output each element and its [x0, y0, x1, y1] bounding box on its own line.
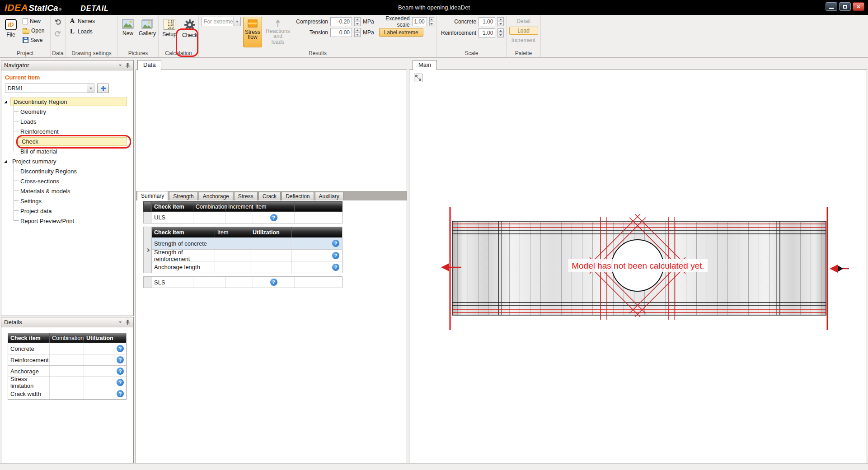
spin-up-button[interactable] [354, 28, 361, 33]
table-row[interactable]: Anchorage length ? [152, 261, 342, 273]
details-header[interactable]: Details [1, 317, 133, 327]
details-table: Check item Combination Utilization Concr… [8, 333, 127, 400]
redo-button[interactable] [53, 28, 63, 38]
scale-reinforcement-spinner [497, 28, 504, 37]
table-row[interactable]: Anchorage ? [8, 365, 126, 377]
current-item-dropdown[interactable]: DRM1 [5, 84, 94, 93]
tree-item-project-summary[interactable]: Project summary [4, 156, 131, 166]
tree-item-cross-sections[interactable]: Cross-sections [4, 176, 131, 186]
help-icon[interactable]: ? [117, 390, 124, 397]
tab-main[interactable]: Main [413, 60, 437, 70]
tree-item-materials-models[interactable]: Materials & models [4, 186, 131, 196]
tab-data[interactable]: Data [137, 60, 161, 70]
tree-item-loads[interactable]: Loads [4, 116, 131, 126]
table-row[interactable]: Stress limitation ? [8, 377, 126, 388]
check-button[interactable]: Check [180, 17, 199, 49]
file-button[interactable]: ID File [2, 17, 19, 49]
tab-stress[interactable]: Stress [234, 192, 258, 200]
new-project-button[interactable]: New [22, 17, 45, 25]
help-icon[interactable]: ? [270, 214, 277, 221]
open-button[interactable]: Open [22, 26, 45, 35]
ribbon-group-project: ID File New Open Save [0, 15, 51, 57]
help-icon[interactable]: ? [332, 240, 339, 247]
palette-load-button[interactable]: Load [509, 27, 538, 35]
scale-concrete-input[interactable]: 1.00 [479, 17, 495, 26]
zoom-to-fit-button[interactable] [414, 74, 422, 82]
uls-row[interactable]: ULS ? [143, 212, 343, 223]
tree-item-geometry[interactable]: Geometry [4, 107, 131, 116]
gallery-button[interactable]: Gallery [138, 17, 157, 49]
maximize-button[interactable] [839, 2, 851, 11]
help-icon[interactable]: ? [117, 345, 124, 352]
spin-down-button[interactable] [354, 22, 361, 27]
spin-down-button[interactable] [497, 22, 504, 27]
tree-item-bill-of-material[interactable]: Bill of material [4, 146, 131, 156]
row-expander[interactable] [143, 227, 151, 273]
label-extreme-button[interactable]: Label extreme [379, 28, 423, 37]
spin-down-button[interactable] [497, 33, 504, 38]
setup-button[interactable]: 1.15 1.50 25.8 Setup [161, 17, 178, 49]
spin-up-button[interactable] [497, 17, 504, 22]
gear-icon [184, 19, 196, 31]
exceeded-scale-input[interactable]: 1.00 [412, 17, 427, 26]
tab-deflection[interactable]: Deflection [282, 192, 314, 200]
tree-item-reinforcement[interactable]: Reinforcement [4, 126, 131, 136]
tab-strength[interactable]: Strength [169, 192, 197, 200]
names-toggle-button[interactable]: A Names [68, 17, 115, 25]
help-icon[interactable]: ? [117, 356, 124, 363]
compression-input[interactable]: -0.20 [330, 17, 352, 26]
scale-reinforcement-input[interactable]: 1.00 [479, 28, 495, 37]
undo-button[interactable] [53, 17, 63, 27]
help-icon[interactable]: ? [117, 379, 124, 386]
picture-new-button[interactable]: New [120, 17, 136, 49]
table-row[interactable]: Reinforcement ? [8, 354, 126, 365]
spin-down-button[interactable] [354, 33, 361, 37]
table-row[interactable]: Strength of reinforcement ? [152, 249, 342, 261]
panel-menu-icon[interactable] [119, 65, 122, 66]
spin-up-button[interactable] [429, 17, 434, 22]
tree-item-discontinuity-region[interactable]: Discontinuity Region [4, 97, 131, 107]
compression-label: Compression [296, 19, 328, 25]
stress-flow-button[interactable]: Stress flow [243, 17, 262, 47]
spin-up-button[interactable] [497, 28, 504, 33]
sls-row[interactable]: SLS ? [143, 276, 343, 288]
tab-summary[interactable]: Summary [137, 191, 168, 200]
loads-toggle-button[interactable]: L Loads [68, 27, 115, 36]
help-icon[interactable]: ? [332, 252, 339, 259]
pin-icon[interactable] [124, 62, 131, 69]
minimize-button[interactable] [826, 2, 837, 11]
palette-detail-button[interactable]: Detail [509, 17, 538, 25]
tab-crack[interactable]: Crack [258, 192, 281, 200]
spin-down-button[interactable] [429, 22, 434, 27]
for-extreme-dropdown[interactable]: For extreme [201, 17, 241, 26]
pin-icon[interactable] [124, 319, 131, 326]
tree-expander-icon[interactable] [4, 100, 10, 103]
save-floppy-icon [23, 37, 28, 43]
group-label-scale: Scale [437, 50, 506, 56]
tension-input[interactable]: 0.00 [330, 28, 352, 37]
reactions-and-loads-button[interactable]: Reactions and loads [264, 17, 291, 47]
tab-auxiliary[interactable]: Auxiliary [315, 192, 343, 200]
tree-item-project-data[interactable]: Project data [4, 206, 131, 216]
group-label-results: Results [199, 50, 436, 56]
tree-item-settings[interactable]: Settings [4, 196, 131, 206]
tab-anchorage[interactable]: Anchorage [199, 192, 233, 200]
tree-expander-icon[interactable] [4, 160, 10, 163]
help-icon[interactable]: ? [117, 368, 124, 375]
table-row[interactable]: Concrete ? [8, 343, 126, 354]
help-icon[interactable]: ? [270, 279, 277, 286]
palette-increment-button[interactable]: Increment [509, 36, 538, 44]
panel-menu-icon[interactable] [119, 321, 122, 323]
tree-item-discontinuity-regions[interactable]: Discontinuity Regions [4, 166, 131, 176]
save-button[interactable]: Save [22, 36, 45, 44]
tree-item-check[interactable]: Check [4, 136, 131, 146]
navigator-header[interactable]: Navigator [1, 60, 133, 70]
table-row[interactable]: Strength of concrete ? [152, 237, 342, 249]
table-row[interactable]: Crack width ? [8, 388, 126, 399]
tree-item-report-preview-print[interactable]: Report Preview/Print [4, 216, 131, 226]
spin-up-button[interactable] [354, 17, 361, 22]
close-button[interactable]: × [853, 2, 864, 11]
beam-drawing-canvas[interactable]: Model has not been calculated yet. [409, 70, 867, 470]
help-icon[interactable]: ? [332, 264, 339, 271]
manage-items-button[interactable] [97, 84, 109, 93]
